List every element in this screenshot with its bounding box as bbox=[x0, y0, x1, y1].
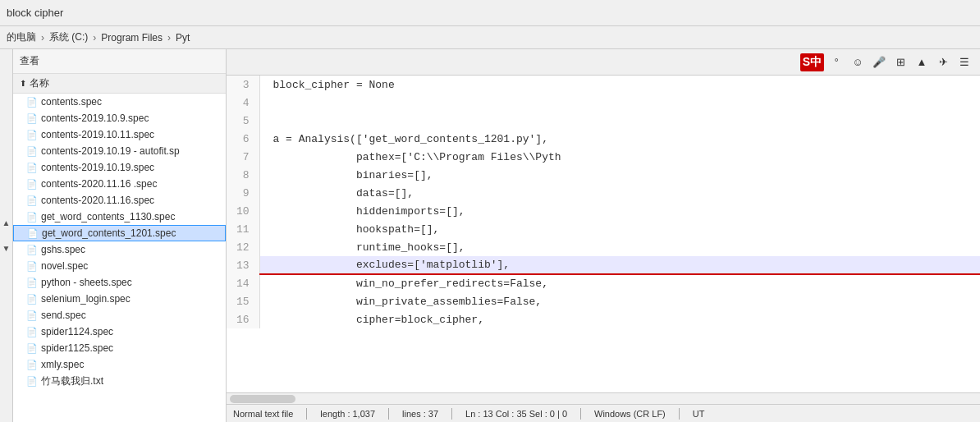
sidebar-item[interactable]: 📄contents-2019.10.11.spec bbox=[13, 126, 226, 143]
status-encoding: UT bbox=[693, 409, 705, 419]
status-filetype: Normal text file bbox=[233, 409, 293, 419]
hscroll-thumb[interactable] bbox=[230, 395, 295, 403]
line-number: 12 bbox=[227, 238, 259, 256]
code-row: 6a = Analysis(['get_word_contents_1201.p… bbox=[227, 130, 980, 148]
code-table: 3block_cipher = None456a = Analysis(['ge… bbox=[227, 76, 980, 328]
main-area: ▲ ▼ 查看 ⬆ 名称 📄contents.spec📄contents-2019… bbox=[0, 49, 980, 422]
sidebar-item-label: send.spec bbox=[41, 310, 86, 321]
file-icon: 📄 bbox=[26, 375, 38, 387]
line-content: hookspath=[], bbox=[259, 220, 980, 238]
sidebar-item[interactable]: 📄contents.spec bbox=[13, 94, 226, 110]
file-icon: 📄 bbox=[26, 260, 38, 272]
sidebar-item-label: python - sheets.spec bbox=[41, 277, 132, 288]
sidebar-list: 📄contents.spec📄contents-2019.10.9.spec📄c… bbox=[13, 94, 226, 422]
top-bar-title: block cipher bbox=[7, 7, 63, 19]
sidebar-item-label: xmly.spec bbox=[41, 359, 84, 370]
toolbar-icon-3[interactable]: 🎤 bbox=[870, 53, 888, 71]
sidebar-item-label: get_word_contents_1130.spec bbox=[41, 211, 175, 222]
address-pyt: Pyt bbox=[176, 32, 190, 44]
sogou-icon[interactable]: S中 bbox=[800, 53, 824, 71]
line-content: win_private_assemblies=False, bbox=[259, 292, 980, 310]
sidebar-item-label: contents-2019.10.11.spec bbox=[41, 129, 154, 140]
status-bar: Normal text file length : 1,037 lines : … bbox=[227, 404, 980, 422]
sidebar-item-label: spider1125.spec bbox=[41, 342, 113, 354]
line-content: a = Analysis(['get_word_contents_1201.py… bbox=[259, 130, 980, 148]
line-number: 11 bbox=[227, 220, 259, 238]
sidebar-item[interactable]: 📄gshs.spec bbox=[13, 241, 226, 258]
sidebar-item[interactable]: 📄python - sheets.spec bbox=[13, 274, 226, 291]
code-container[interactable]: 3block_cipher = None456a = Analysis(['ge… bbox=[227, 76, 980, 392]
sidebar-item-label: contents-2019.10.19.spec bbox=[41, 162, 154, 173]
file-icon: 📄 bbox=[26, 359, 38, 370]
status-lines: lines : 37 bbox=[402, 409, 438, 419]
sidebar-item[interactable]: 📄spider1124.spec bbox=[13, 323, 226, 340]
sidebar-item[interactable]: 📄contents-2019.10.19.spec bbox=[13, 159, 226, 176]
address-bar: 的电脑 › 系统 (C:) › Program Files › Pyt bbox=[0, 26, 980, 49]
nav-down-arrow[interactable]: ▼ bbox=[2, 244, 11, 253]
sidebar-item-label: novel.spec bbox=[41, 260, 88, 272]
nav-up-arrow[interactable]: ▲ bbox=[2, 218, 11, 227]
file-icon: 📄 bbox=[26, 129, 38, 140]
sidebar-nav-arrows: ▲ ▼ bbox=[0, 49, 13, 422]
status-eol: Windows (CR LF) bbox=[594, 409, 666, 419]
sidebar-item[interactable]: 📄contents-2019.10.9.spec bbox=[13, 110, 226, 126]
line-number: 6 bbox=[227, 130, 259, 148]
line-number: 5 bbox=[227, 112, 259, 130]
line-content: pathex=['C:\\Program Files\\Pyth bbox=[259, 148, 980, 166]
sidebar-item[interactable]: 📄竹马载我归.txt bbox=[13, 373, 226, 389]
sidebar-item[interactable]: 📄get_word_contents_1201.spec bbox=[13, 225, 226, 241]
toolbar-icon-7[interactable]: ☰ bbox=[955, 53, 973, 71]
file-icon: 📄 bbox=[26, 96, 38, 108]
toolbar-icon-2[interactable]: ☺ bbox=[849, 53, 867, 71]
editor-toolbar: S中 ° ☺ 🎤 ⊞ ▲ ✈ ☰ bbox=[227, 49, 980, 76]
sidebar-item[interactable]: 📄novel.spec bbox=[13, 258, 226, 274]
file-icon: 📄 bbox=[26, 342, 38, 354]
line-number: 8 bbox=[227, 166, 259, 184]
status-sep-2 bbox=[388, 408, 389, 420]
file-icon: 📄 bbox=[26, 293, 38, 305]
line-content bbox=[259, 112, 980, 130]
line-content: block_cipher = None bbox=[259, 76, 980, 94]
sidebar-item[interactable]: 📄contents-2019.10.19 - autofit.sp bbox=[13, 143, 226, 159]
horizontal-scrollbar[interactable] bbox=[227, 392, 980, 404]
code-row: 5 bbox=[227, 112, 980, 130]
sidebar-item-label: contents.spec bbox=[41, 96, 102, 108]
line-number: 4 bbox=[227, 94, 259, 112]
line-number: 14 bbox=[227, 274, 259, 292]
sidebar: 查看 ⬆ 名称 📄contents.spec📄contents-2019.10.… bbox=[13, 49, 227, 422]
sidebar-item[interactable]: 📄contents-2020.11.16.spec bbox=[13, 192, 226, 209]
code-row: 9 datas=[], bbox=[227, 184, 980, 202]
top-bar: block cipher bbox=[0, 0, 980, 26]
line-content: cipher=block_cipher, bbox=[259, 310, 980, 328]
code-row: 11 hookspath=[], bbox=[227, 220, 980, 238]
sidebar-item-label: contents-2020.11.16.spec bbox=[41, 195, 154, 206]
sidebar-item[interactable]: 📄send.spec bbox=[13, 307, 226, 323]
line-number: 3 bbox=[227, 76, 259, 94]
sidebar-item-label: contents-2019.10.9.spec bbox=[41, 112, 149, 124]
status-sep-1 bbox=[306, 408, 307, 420]
sidebar-item-label: gshs.spec bbox=[41, 244, 85, 255]
sidebar-item[interactable]: 📄contents-2020.11.16 .spec bbox=[13, 176, 226, 192]
code-row: 13 excludes=['matplotlib'], bbox=[227, 256, 980, 274]
sidebar-item[interactable]: 📄get_word_contents_1130.spec bbox=[13, 209, 226, 225]
line-number: 15 bbox=[227, 292, 259, 310]
file-icon: 📄 bbox=[26, 112, 38, 124]
line-content: datas=[], bbox=[259, 184, 980, 202]
toolbar-icon-5[interactable]: ▲ bbox=[913, 53, 931, 71]
status-sep-3 bbox=[451, 408, 452, 420]
line-number: 16 bbox=[227, 310, 259, 328]
address-computer: 的电脑 bbox=[7, 30, 36, 44]
sidebar-column-header: ⬆ 名称 bbox=[13, 74, 226, 94]
toolbar-icon-4[interactable]: ⊞ bbox=[891, 53, 909, 71]
address-sep-2: › bbox=[93, 32, 96, 44]
sidebar-header: 查看 bbox=[13, 49, 226, 74]
toolbar-icon-1[interactable]: ° bbox=[827, 53, 845, 71]
toolbar-icon-6[interactable]: ✈ bbox=[934, 53, 952, 71]
sidebar-item[interactable]: 📄selenium_login.spec bbox=[13, 291, 226, 307]
address-drive: 系统 (C:) bbox=[49, 30, 88, 44]
sidebar-item[interactable]: 📄xmly.spec bbox=[13, 356, 226, 373]
code-row: 4 bbox=[227, 94, 980, 112]
sidebar-item[interactable]: 📄spider1125.spec bbox=[13, 340, 226, 356]
line-content bbox=[259, 94, 980, 112]
file-icon: 📄 bbox=[26, 211, 38, 222]
